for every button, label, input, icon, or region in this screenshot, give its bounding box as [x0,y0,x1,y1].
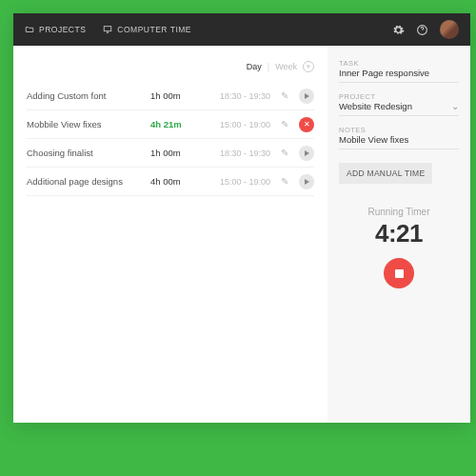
nav-projects-label: PROJECTS [39,25,86,34]
entry-duration: 4h 21m [150,119,196,129]
nav-projects[interactable]: PROJECTS [25,25,86,34]
avatar[interactable] [440,20,459,39]
monitor-icon [103,25,112,34]
play-button[interactable] [299,174,314,189]
folder-icon [25,25,34,34]
project-select[interactable]: Website Redesign ⌄ [339,101,459,116]
svg-rect-0 [105,27,112,31]
entries-list: Adding Custom font 1h 00m 18:30 - 19:30 … [27,82,314,196]
help-icon[interactable] [416,24,428,36]
topbar: PROJECTS COMPUTER TIME [13,13,470,46]
main-panel: Day | Week + Adding Custom font 1h 00m 1… [13,46,327,423]
entry-range: 18:30 - 19:30 [204,149,270,158]
stop-timer-button[interactable] [384,258,414,288]
entry-duration: 1h 00m [150,90,196,101]
app-window: PROJECTS COMPUTER TIME Day | [13,13,470,423]
entry-name: Additional page designs [27,176,143,187]
add-manual-time-button[interactable]: ADD MANUAL TIME [339,163,432,184]
entry-range: 15:00 - 19:00 [204,120,270,129]
period-day[interactable]: Day [247,62,262,71]
entry-duration: 1h 00m [150,148,196,158]
notes-group: NOTES Mobile View fixes [339,126,459,149]
pencil-icon[interactable]: ✎ [278,90,291,101]
table-row: Additional page designs 4h 00m 15:00 - 1… [27,168,314,196]
add-entry-icon[interactable]: + [303,61,314,72]
side-panel: TASK Inner Page responsive PROJECT Websi… [327,46,470,423]
pencil-icon[interactable]: ✎ [278,148,291,158]
task-group: TASK Inner Page responsive [339,59,459,83]
stop-entry-button[interactable] [299,117,314,132]
entry-name: Adding Custom font [27,90,143,101]
table-row: Adding Custom font 1h 00m 18:30 - 19:30 … [27,82,314,110]
timer-box: Running Timer 4:21 [339,207,459,288]
entry-name: Choosing finalist [27,148,143,158]
period-switch: Day | Week + [27,61,314,72]
gear-icon[interactable] [392,24,405,36]
notes-label: NOTES [339,126,459,134]
project-group: PROJECT Website Redesign ⌄ [339,92,459,116]
body: Day | Week + Adding Custom font 1h 00m 1… [13,46,470,423]
topbar-nav: PROJECTS COMPUTER TIME [25,25,191,34]
running-timer-label: Running Timer [339,207,459,217]
chevron-down-icon: ⌄ [451,101,459,111]
pencil-icon[interactable]: ✎ [278,119,291,129]
project-value: Website Redesign [339,101,412,111]
entry-name: Mobbile View fixes [27,119,143,129]
topbar-right [392,20,459,39]
entry-range: 18:30 - 19:30 [204,91,270,101]
notes-field[interactable]: Mobile View fixes [339,134,459,149]
project-label: PROJECT [339,92,459,101]
pencil-icon[interactable]: ✎ [278,176,291,187]
nav-computer-time-label: COMPUTER TIME [117,25,191,34]
period-separator: | [268,62,269,71]
entry-range: 15:00 - 19:00 [204,177,270,187]
nav-computer-time[interactable]: COMPUTER TIME [103,25,191,34]
task-field[interactable]: Inner Page responsive [339,68,459,83]
entry-duration: 4h 00m [150,176,196,187]
task-label: TASK [339,59,459,68]
table-row: Mobbile View fixes 4h 21m 15:00 - 19:00 … [27,110,314,139]
running-timer-value: 4:21 [339,219,459,248]
table-row: Choosing finalist 1h 00m 18:30 - 19:30 ✎ [27,139,314,168]
play-button[interactable] [299,146,314,161]
play-button[interactable] [299,89,314,104]
period-week[interactable]: Week [275,62,297,71]
